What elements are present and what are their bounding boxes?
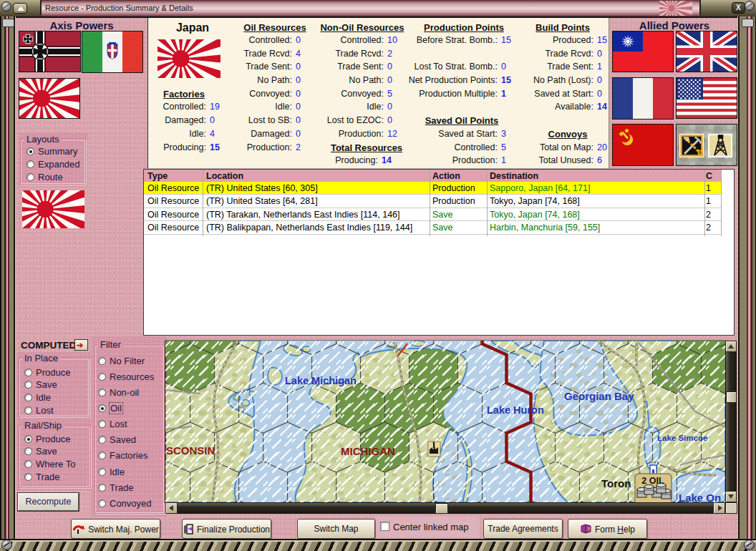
svg-text:MICHIGAN: MICHIGAN [341,445,395,457]
svg-text:Lake On: Lake On [679,492,721,502]
svg-text:Lake Huron: Lake Huron [487,404,544,416]
svg-text:Toron: Toron [601,477,631,489]
svg-text:Lake Michigan: Lake Michigan [285,375,357,386]
svg-text:Georgian Bay: Georgian Bay [564,390,634,402]
svg-text:?: ? [587,527,590,532]
svg-text:SCONSIN: SCONSIN [166,444,215,457]
svg-text:Lake Simcoe: Lake Simcoe [657,434,707,442]
